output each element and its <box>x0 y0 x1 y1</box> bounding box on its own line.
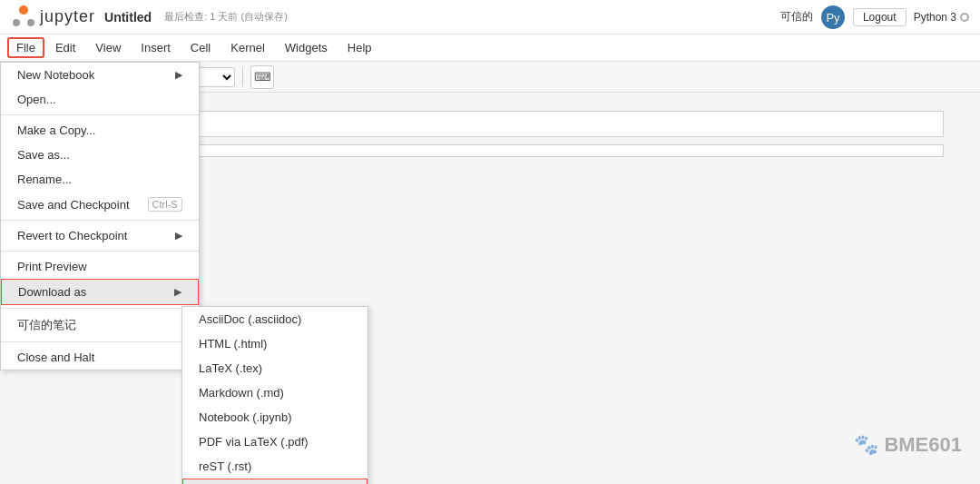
download-submenu: AsciiDoc (.asciidoc) HTML (.html) LaTeX … <box>181 306 368 484</box>
menu-close-halt[interactable]: Close and Halt <box>1 345 199 370</box>
menu-save-checkpoint[interactable]: Save and Checkpoint Ctrl-S <box>1 192 199 217</box>
logout-button[interactable]: Logout <box>853 8 906 26</box>
menu-save-as[interactable]: Save as... <box>1 143 199 167</box>
kernel-info: Python 3 <box>914 11 969 24</box>
svg-point-0 <box>19 5 28 15</box>
menu-download-as[interactable]: Download as ▶ <box>1 279 199 305</box>
jupyter-logo: jupyter <box>11 5 95 30</box>
header: jupyter Untitled 最后检查: 1 天前 (自动保存) 可信的 P… <box>0 0 980 35</box>
trusted-badge: 可信的 <box>780 9 813 25</box>
menu-sep-5 <box>1 341 199 342</box>
menu-kernel[interactable]: Kernel <box>221 37 274 58</box>
revert-arrow: ▶ <box>175 230 182 242</box>
submenu-python[interactable]: Python (.py) <box>182 479 368 484</box>
watermark-icon: 🐾 <box>854 433 878 457</box>
submenu-asciidoc[interactable]: AsciiDoc (.asciidoc) <box>182 307 368 331</box>
svg-text:Py: Py <box>826 11 840 25</box>
submenu-html[interactable]: HTML (.html) <box>182 331 368 356</box>
menu-open[interactable]: Open... <box>1 87 199 112</box>
menu-rename[interactable]: Rename... <box>1 167 199 192</box>
save-shortcut: Ctrl-S <box>148 197 182 212</box>
menu-sep-4 <box>1 308 199 309</box>
menu-sep-1 <box>1 114 199 115</box>
new-notebook-arrow: ▶ <box>175 69 182 81</box>
menu-insert[interactable]: Insert <box>132 37 180 58</box>
svg-point-2 <box>27 19 34 26</box>
menu-sep-3 <box>1 251 199 252</box>
header-right: 可信的 Py Logout Python 3 <box>780 5 969 30</box>
notebook-title: Untitled <box>104 10 152 25</box>
submenu-pdf[interactable]: PDF via LaTeX (.pdf) <box>182 430 368 454</box>
submenu-markdown[interactable]: Markdown (.md) <box>182 380 368 405</box>
download-arrow: ▶ <box>174 286 181 298</box>
menu-revert[interactable]: Revert to Checkpoint ▶ <box>1 223 199 248</box>
menu-trusted-notes[interactable]: 可信的笔记 <box>1 311 199 339</box>
keyboard-button[interactable]: ⌨ <box>250 65 274 89</box>
jupyter-icon-svg <box>11 5 36 30</box>
menu-edit[interactable]: Edit <box>46 37 84 58</box>
menu-file[interactable]: File <box>7 37 44 58</box>
submenu-rst[interactable]: reST (.rst) <box>182 454 368 479</box>
menu-widgets[interactable]: Widgets <box>276 37 337 58</box>
kernel-status-icon <box>960 13 969 22</box>
menu-new-notebook[interactable]: New Notebook ▶ <box>1 63 199 87</box>
menu-help[interactable]: Help <box>338 37 381 58</box>
menu-sep-2 <box>1 220 199 221</box>
menu-print-preview[interactable]: Print Preview <box>1 254 199 279</box>
menu-cell[interactable]: Cell <box>181 37 220 58</box>
notebook-meta: 最后检查: 1 天前 (自动保存) <box>164 10 288 24</box>
menu-make-copy[interactable]: Make a Copy... <box>1 118 199 143</box>
jupyter-text: jupyter <box>40 7 95 26</box>
submenu-notebook[interactable]: Notebook (.ipynb) <box>182 405 368 430</box>
svg-point-1 <box>13 19 20 26</box>
submenu-latex[interactable]: LaTeX (.tex) <box>182 356 368 380</box>
kernel-label: Python 3 <box>914 11 956 24</box>
menubar: File Edit View Insert Cell Kernel Widget… <box>0 35 980 62</box>
python-header-icon: Py <box>820 5 846 30</box>
file-dropdown-menu: New Notebook ▶ Open... Make a Copy... Sa… <box>0 62 200 370</box>
watermark-text: BME601 <box>884 433 962 457</box>
watermark: 🐾 BME601 <box>854 433 962 457</box>
menu-view[interactable]: View <box>86 37 130 58</box>
toolbar-sep-2 <box>242 68 243 86</box>
